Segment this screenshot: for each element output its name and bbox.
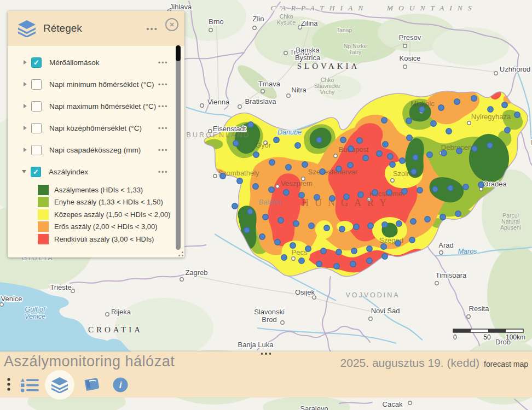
- station-dot[interactable]: [372, 190, 378, 195]
- station-dot[interactable]: [334, 263, 339, 269]
- station-dot[interactable]: [382, 222, 388, 227]
- station-dot[interactable]: [336, 249, 342, 255]
- station-dot[interactable]: [438, 105, 444, 110]
- panel-scrollbar-track[interactable]: [176, 45, 181, 250]
- station-dot[interactable]: [487, 143, 493, 148]
- layer-menu-icon[interactable]: •••: [158, 102, 168, 110]
- station-dot[interactable]: [248, 122, 253, 127]
- station-dot[interactable]: [344, 194, 349, 200]
- station-dot[interactable]: [514, 112, 520, 118]
- station-dot[interactable]: [233, 140, 239, 146]
- station-dot[interactable]: [402, 189, 407, 194]
- info-button[interactable]: i: [106, 377, 135, 393]
- station-dot[interactable]: [253, 184, 258, 189]
- station-dot[interactable]: [455, 211, 461, 216]
- footer-drag-handle[interactable]: [257, 352, 275, 356]
- station-dot[interactable]: [368, 223, 373, 229]
- layer-checkbox[interactable]: ✓: [31, 167, 41, 177]
- station-dot[interactable]: [350, 261, 356, 267]
- layer-menu-icon[interactable]: •••: [158, 146, 168, 154]
- station-dot[interactable]: [472, 146, 477, 151]
- station-dot[interactable]: [348, 162, 353, 168]
- expand-arrow-icon[interactable]: [24, 126, 27, 130]
- station-dot[interactable]: [314, 195, 320, 200]
- station-dot[interactable]: [348, 146, 354, 151]
- station-dot[interactable]: [478, 182, 484, 188]
- station-dot[interactable]: [305, 246, 311, 251]
- layer-menu-icon[interactable]: •••: [158, 124, 168, 132]
- station-dot[interactable]: [396, 221, 402, 226]
- station-dot[interactable]: [425, 216, 430, 222]
- station-dot[interactable]: [390, 162, 395, 167]
- layers-button-active[interactable]: [45, 370, 74, 400]
- station-dot[interactable]: [382, 254, 388, 259]
- station-dot[interactable]: [237, 178, 242, 184]
- station-dot[interactable]: [357, 138, 362, 143]
- layer-checkbox[interactable]: [31, 145, 42, 155]
- station-dot[interactable]: [386, 190, 392, 195]
- station-dot[interactable]: [505, 127, 510, 133]
- station-dot[interactable]: [406, 118, 412, 124]
- station-dot[interactable]: [316, 261, 322, 267]
- station-dot[interactable]: [410, 219, 416, 224]
- station-dot[interactable]: [220, 173, 225, 179]
- kebab-menu-icon[interactable]: [0, 377, 18, 393]
- station-dot[interactable]: [411, 169, 417, 174]
- station-dot[interactable]: [413, 155, 418, 160]
- station-dot[interactable]: [302, 162, 308, 167]
- station-dot[interactable]: [367, 258, 372, 263]
- layer-menu-icon[interactable]: •••: [158, 80, 168, 89]
- station-dot[interactable]: [299, 258, 304, 263]
- station-dot[interactable]: [441, 150, 447, 156]
- station-dot[interactable]: [336, 166, 342, 172]
- expand-arrow-icon[interactable]: [24, 148, 27, 152]
- panel-scrollbar-thumb[interactable]: [176, 45, 181, 61]
- station-dot[interactable]: [358, 192, 363, 197]
- station-dot[interactable]: [340, 137, 346, 143]
- station-dot[interactable]: [253, 152, 259, 157]
- station-dot[interactable]: [290, 243, 296, 248]
- station-dot[interactable]: [419, 107, 425, 112]
- station-dot[interactable]: [440, 214, 446, 220]
- station-dot[interactable]: [259, 234, 265, 239]
- station-dot[interactable]: [456, 148, 462, 154]
- station-dot[interactable]: [427, 152, 432, 157]
- station-dot[interactable]: [488, 107, 493, 112]
- station-dot[interactable]: [329, 196, 335, 201]
- station-dot[interactable]: [431, 121, 436, 126]
- station-dot[interactable]: [367, 246, 372, 251]
- station-dot[interactable]: [354, 224, 359, 230]
- station-dot[interactable]: [381, 118, 387, 123]
- station-dot[interactable]: [281, 255, 287, 260]
- panel-close-button[interactable]: ✕: [165, 18, 178, 31]
- station-dot[interactable]: [454, 99, 460, 104]
- bookmark-book-button[interactable]: [78, 377, 106, 393]
- layer-menu-icon[interactable]: •••: [158, 168, 168, 176]
- panel-menu-icon[interactable]: •••: [146, 24, 158, 33]
- station-dot[interactable]: [448, 185, 453, 191]
- expand-arrow-icon[interactable]: [24, 82, 27, 86]
- station-dot[interactable]: [471, 96, 477, 101]
- station-dot[interactable]: [409, 237, 415, 243]
- station-dot[interactable]: [363, 155, 368, 161]
- station-dot[interactable]: [274, 137, 279, 143]
- station-dot[interactable]: [377, 151, 382, 156]
- station-dot[interactable]: [351, 248, 357, 254]
- station-dot[interactable]: [269, 160, 275, 165]
- station-dot[interactable]: [417, 188, 423, 193]
- station-dot[interactable]: [432, 186, 438, 192]
- station-dot[interactable]: [284, 190, 289, 195]
- station-dot[interactable]: [446, 128, 452, 134]
- layer-checkbox[interactable]: [31, 123, 42, 133]
- station-dot[interactable]: [278, 218, 284, 223]
- station-dot[interactable]: [299, 192, 304, 198]
- station-dot[interactable]: [502, 102, 507, 108]
- station-dot[interactable]: [286, 165, 291, 170]
- station-dot[interactable]: [463, 184, 469, 190]
- station-dot[interactable]: [400, 158, 405, 163]
- station-dot[interactable]: [339, 226, 345, 232]
- collapse-arrow-icon[interactable]: [22, 170, 26, 173]
- station-dot[interactable]: [275, 239, 280, 245]
- panel-resize-grip[interactable]: [176, 249, 184, 257]
- station-dot[interactable]: [247, 209, 253, 214]
